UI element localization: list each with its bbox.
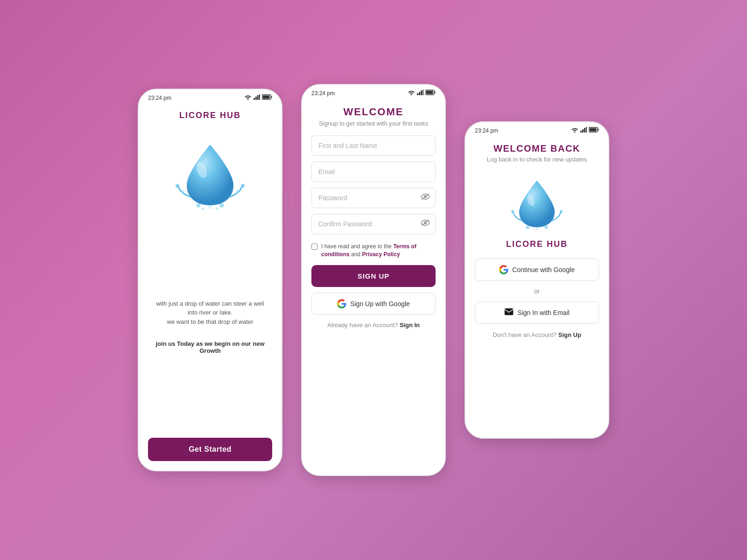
google-icon xyxy=(337,299,346,308)
signin-email-label: Sign In with Email xyxy=(517,309,569,316)
join-text: join us Today as we begin on our new Gro… xyxy=(148,340,272,354)
signal-icon-right xyxy=(580,127,587,134)
svg-point-10 xyxy=(241,184,245,188)
email-input[interactable] xyxy=(311,161,436,182)
signup-link-right[interactable]: Sign Up xyxy=(558,331,581,338)
get-started-button[interactable]: Get Started xyxy=(148,438,272,461)
svg-rect-17 xyxy=(417,93,418,95)
svg-rect-29 xyxy=(582,129,584,133)
status-bar-left: 23:24 pm xyxy=(139,90,282,103)
signal-icon xyxy=(254,94,260,101)
svg-rect-0 xyxy=(254,98,255,100)
phone-right-body: WELCOME BACK Log back in to check for ne… xyxy=(465,136,608,438)
signup-title: WELCOME xyxy=(344,106,404,118)
svg-rect-22 xyxy=(435,91,436,93)
svg-rect-19 xyxy=(421,91,422,95)
signin-email-button[interactable]: Sign In with Email xyxy=(475,301,599,324)
phone-center: 23:24 pm WELCOME Signup to get started w… xyxy=(301,84,446,476)
svg-point-36 xyxy=(511,210,514,213)
svg-point-38 xyxy=(526,225,529,229)
tagline-text: with just a drop of water can steer a we… xyxy=(148,299,272,327)
svg-rect-34 xyxy=(590,128,597,132)
status-icons-center xyxy=(408,90,436,97)
svg-rect-2 xyxy=(257,95,259,100)
welcome-back-subtitle: Log back in to check for new updates xyxy=(487,156,587,163)
phone-right: 23:24 pm WELCOME BACK Log back in to che… xyxy=(465,121,609,439)
svg-point-11 xyxy=(236,190,239,193)
terms-checkbox[interactable] xyxy=(311,244,317,250)
wifi-icon-right xyxy=(571,127,578,134)
phone-center-body: WELCOME Signup to get started with your … xyxy=(302,98,445,475)
svg-rect-5 xyxy=(271,96,272,98)
signin-google-button[interactable]: Continue with Google xyxy=(475,259,599,281)
signin-google-label: Continue with Google xyxy=(512,266,575,273)
confirm-password-input[interactable] xyxy=(311,214,436,234)
battery-icon-right xyxy=(589,127,599,134)
name-input[interactable] xyxy=(311,135,436,156)
terms-text: I have read and agree to the Terms of co… xyxy=(321,243,436,259)
svg-rect-33 xyxy=(598,129,599,131)
status-bar-right: 23:24 pm xyxy=(465,122,608,136)
svg-rect-28 xyxy=(580,131,582,133)
svg-rect-30 xyxy=(584,128,585,133)
battery-icon xyxy=(262,94,272,101)
time-center: 23:24 pm xyxy=(311,90,335,97)
svg-rect-18 xyxy=(419,92,420,95)
status-icons-right xyxy=(571,127,599,134)
svg-rect-3 xyxy=(259,94,260,100)
signin-link[interactable]: Sign In xyxy=(400,322,420,329)
svg-rect-31 xyxy=(586,127,587,133)
svg-rect-41 xyxy=(505,308,513,315)
time-right: 23:24 pm xyxy=(475,127,498,134)
google-icon-right xyxy=(499,265,508,274)
svg-point-13 xyxy=(219,203,224,208)
status-icons-left xyxy=(244,94,272,101)
eye-icon-password[interactable] xyxy=(421,193,430,203)
svg-rect-23 xyxy=(426,91,433,94)
svg-point-15 xyxy=(202,207,204,210)
water-drop-right xyxy=(509,175,565,233)
password-input[interactable] xyxy=(311,188,436,208)
app-title-right: LICORE HUB xyxy=(506,239,568,249)
eye-icon-confirm[interactable] xyxy=(421,219,430,229)
envelope-icon xyxy=(504,308,514,317)
svg-point-16 xyxy=(216,207,218,210)
svg-point-12 xyxy=(196,203,201,208)
already-account-text: Already have an Account? Sign In xyxy=(327,322,420,329)
signal-icon-center xyxy=(417,90,423,97)
svg-point-14 xyxy=(208,205,212,209)
signup-google-label: Sign Up with Google xyxy=(350,300,410,308)
confirm-password-wrapper xyxy=(311,214,436,234)
privacy-policy-link[interactable]: Privacy Policy xyxy=(362,251,400,258)
svg-rect-6 xyxy=(263,96,270,99)
no-account-text: Don't have an Account? Sign Up xyxy=(493,331,581,338)
wifi-icon-center xyxy=(408,90,415,97)
phone-left-body: LICORE HUB xyxy=(139,103,282,470)
time-left: 23:24 pm xyxy=(148,95,171,101)
svg-point-9 xyxy=(182,190,184,193)
app-title-left: LICORE HUB xyxy=(179,111,241,120)
welcome-back-title: WELCOME BACK xyxy=(493,143,580,154)
svg-rect-20 xyxy=(423,90,423,95)
svg-point-37 xyxy=(560,210,563,213)
password-wrapper xyxy=(311,188,436,208)
signup-google-button[interactable]: Sign Up with Google xyxy=(311,293,436,315)
water-drop-left xyxy=(173,136,247,213)
battery-icon-center xyxy=(425,90,436,97)
svg-rect-1 xyxy=(255,97,257,100)
phone-left: 23:24 pm LICORE HUB xyxy=(138,89,282,471)
terms-row: I have read and agree to the Terms of co… xyxy=(311,243,436,259)
signup-subtitle: Signup to get started with your first ta… xyxy=(319,120,428,127)
svg-point-40 xyxy=(536,227,538,230)
svg-point-39 xyxy=(544,225,548,229)
wifi-icon xyxy=(244,94,252,101)
signup-button[interactable]: SIGN UP xyxy=(311,265,436,287)
or-divider: or xyxy=(534,287,540,295)
svg-point-8 xyxy=(176,184,179,188)
status-bar-center: 23:24 pm xyxy=(302,85,445,98)
